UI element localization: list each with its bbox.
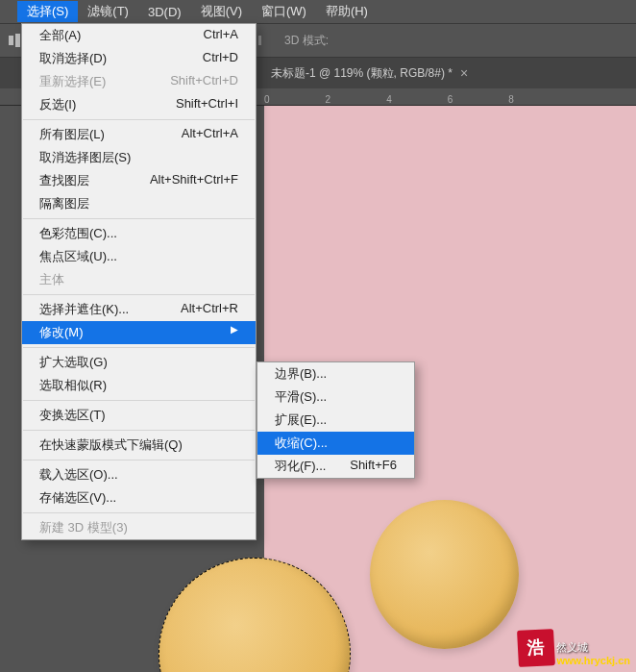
menu-separator: [23, 430, 255, 431]
menu-bar: 选择(S) 滤镜(T) 3D(D) 视图(V) 窗口(W) 帮助(H): [0, 0, 636, 23]
menu-item-new-3d: 新建 3D 模型(3): [22, 516, 256, 539]
menu-item-load-selection[interactable]: 载入选区(O)...: [22, 463, 256, 486]
menu-item-color-range[interactable]: 色彩范围(C)...: [22, 222, 256, 245]
menu-item-subject: 主体: [22, 268, 256, 291]
menu-filter[interactable]: 滤镜(T): [78, 1, 138, 22]
menu-help[interactable]: 帮助(H): [316, 1, 378, 22]
ruler-mark: 8: [508, 94, 514, 105]
menu-item-focus-area[interactable]: 焦点区域(U)...: [22, 245, 256, 268]
menu-separator: [23, 347, 255, 348]
menu-item-similar[interactable]: 选取相似(R): [22, 374, 256, 397]
menu-window[interactable]: 窗口(W): [252, 1, 316, 22]
ruler-mark: 0: [264, 94, 270, 105]
menu-item-reselect: 重新选择(E)Shift+Ctrl+D: [22, 70, 256, 93]
tab-title: 未标题-1 @ 119% (颗粒, RGB/8#) *: [271, 65, 453, 82]
menu-select[interactable]: 选择(S): [17, 1, 78, 22]
ruler-mark: 4: [386, 94, 392, 105]
watermark-logo: 浩: [517, 629, 555, 667]
menu-item-transform[interactable]: 变换选区(T): [22, 404, 256, 427]
watermark-url: www.hryckj.cn: [556, 655, 630, 666]
menu-separator: [23, 218, 255, 219]
svg-rect-0: [9, 36, 13, 45]
menu-separator: [23, 400, 255, 401]
menu-item-all-layers[interactable]: 所有图层(L)Alt+Ctrl+A: [22, 123, 256, 146]
menu-item-find-layers[interactable]: 查找图层Alt+Shift+Ctrl+F: [22, 169, 256, 192]
modify-submenu: 边界(B)... 平滑(S)... 扩展(E)... 收缩(C)... 羽化(F…: [257, 361, 415, 479]
menu-item-grow[interactable]: 扩大选取(G): [22, 351, 256, 374]
select-menu-dropdown: 全部(A)Ctrl+A 取消选择(D)Ctrl+D 重新选择(E)Shift+C…: [21, 23, 257, 540]
menu-item-deselect[interactable]: 取消选择(D)Ctrl+D: [22, 47, 256, 70]
submenu-item-smooth[interactable]: 平滑(S)...: [257, 386, 414, 409]
menu-separator: [23, 294, 255, 295]
cookie-small: [370, 500, 519, 649]
menu-item-all[interactable]: 全部(A)Ctrl+A: [22, 24, 256, 47]
menu-separator: [23, 460, 255, 460]
menu-item-deselect-layers[interactable]: 取消选择图层(S): [22, 146, 256, 169]
menu-item-inverse[interactable]: 反选(I)Shift+Ctrl+I: [22, 93, 256, 116]
submenu-item-contract[interactable]: 收缩(C)...: [257, 432, 414, 455]
menu-item-isolate-layers[interactable]: 隔离图层: [22, 192, 256, 215]
3d-mode-label: 3D 模式:: [284, 33, 329, 49]
chevron-right-icon: ▶: [231, 324, 238, 341]
submenu-item-border[interactable]: 边界(B)...: [257, 362, 414, 386]
menu-separator: [23, 512, 255, 513]
close-icon[interactable]: ×: [460, 65, 468, 81]
menu-item-save-selection[interactable]: 存储选区(V)...: [22, 486, 256, 510]
menu-view[interactable]: 视图(V): [191, 1, 252, 22]
watermark-text: 然义城: [556, 640, 630, 655]
submenu-item-expand[interactable]: 扩展(E)...: [257, 409, 414, 432]
ruler-mark: 2: [326, 94, 331, 105]
menu-item-modify[interactable]: 修改(M)▶: [22, 321, 256, 344]
svg-rect-1: [15, 34, 20, 47]
menu-separator: [23, 119, 255, 120]
menu-item-select-mask[interactable]: 选择并遮住(K)...Alt+Ctrl+R: [22, 298, 256, 321]
ruler-mark: 6: [448, 94, 453, 105]
cookie-large: [159, 558, 351, 672]
svg-rect-18: [258, 36, 261, 45]
menu-3d[interactable]: 3D(D): [138, 3, 191, 21]
document-tab[interactable]: 未标题-1 @ 119% (颗粒, RGB/8#) * ×: [259, 58, 479, 88]
menu-item-quickmask[interactable]: 在快速蒙版模式下编辑(Q): [22, 434, 256, 457]
watermark: 浩 然义城 www.hryckj.cn: [518, 630, 630, 666]
submenu-item-feather[interactable]: 羽化(F)...Shift+F6: [257, 455, 414, 478]
